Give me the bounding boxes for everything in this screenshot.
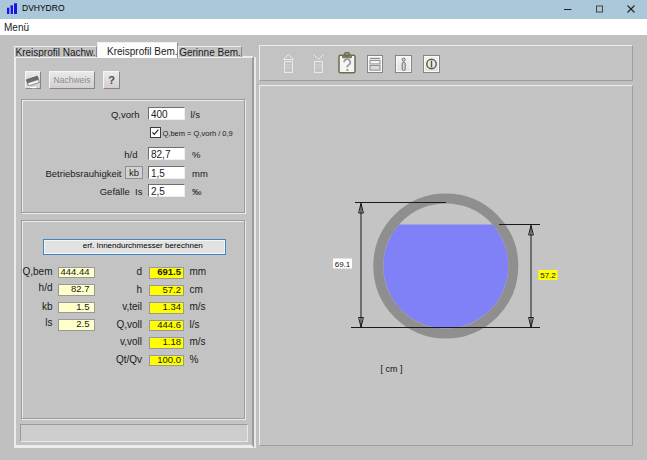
svg-text:57.2: 57.2 <box>540 271 556 280</box>
svg-text:[ cm ]: [ cm ] <box>381 364 403 374</box>
svg-text:69.1: 69.1 <box>335 260 351 269</box>
